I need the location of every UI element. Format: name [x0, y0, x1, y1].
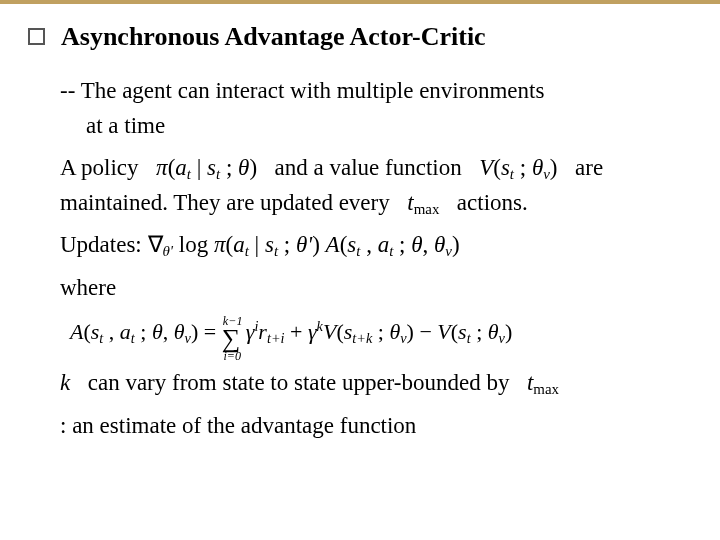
policy-formula: π(at | st ; θ)	[156, 155, 263, 180]
estimate-line: : an estimate of the advantage function	[60, 409, 680, 444]
policy-intro: A policy	[60, 155, 139, 180]
tmax-symbol-2: tmax	[527, 370, 559, 395]
heading-row: Asynchronous Advantage Actor-Critic	[28, 22, 680, 52]
updates-line: Updates: ∇θ' log π(at | st ; θ') A(st , …	[60, 228, 680, 263]
intro-line: -- The agent can interact with multiple …	[60, 74, 680, 143]
slide-body: -- The agent can interact with multiple …	[60, 74, 680, 443]
slide: Asynchronous Advantage Actor-Critic -- T…	[0, 0, 720, 540]
k-symbol: k	[60, 370, 70, 395]
where-label: where	[60, 271, 680, 306]
slide-title: Asynchronous Advantage Actor-Critic	[61, 22, 486, 52]
value-formula: V(st ; θv)	[479, 155, 563, 180]
k-line: k can vary from state to state upper-bou…	[60, 366, 680, 401]
actions-word: actions.	[457, 190, 528, 215]
tmax-symbol: tmax	[407, 190, 445, 215]
intro-line-2: at a time	[86, 113, 165, 138]
bullet-icon	[28, 28, 45, 45]
k-text: can vary from state to state upper-bound…	[88, 370, 510, 395]
policy-mid: and a value function	[275, 155, 462, 180]
advantage-equation: A(st , at ; θ, θv) = k−1 ∑ i=0 γirt+i + …	[70, 315, 680, 352]
updates-formula: ∇θ' log π(at | st ; θ') A(st , at ; θ, θ…	[148, 232, 460, 257]
policy-tail: are	[575, 155, 603, 180]
policy-value-line: A policy π(at | st ; θ) and a value func…	[60, 151, 680, 220]
intro-line-1: -- The agent can interact with multiple …	[60, 78, 544, 103]
updates-label: Updates:	[60, 232, 142, 257]
maintained-text: maintained. They are updated every	[60, 190, 390, 215]
